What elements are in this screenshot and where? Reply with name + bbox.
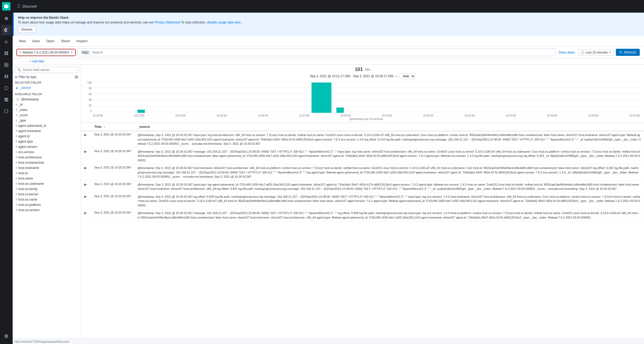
string-field-icon-index: f — [16, 109, 17, 112]
expand-row-button[interactable]: ▶ — [84, 182, 87, 186]
field-item-host-os-platform[interactable]: f host.os.platform — [15, 202, 79, 207]
selected-field-source[interactable]: ◆ _source — [15, 85, 79, 90]
string-field-icon-type: f — [16, 119, 17, 122]
table-row[interactable]: ▶ Sep 3, 2021 @ 10:26:32.067 @timestamp:… — [81, 181, 644, 193]
table-row[interactable]: ▶ Sep 3, 2021 @ 10:26:32.067 @timestamp:… — [81, 148, 644, 164]
string-field-icon-host-name: f — [16, 177, 17, 180]
field-item-host-os-family[interactable]: f host.os.family — [15, 186, 79, 192]
string-field-icon-host-id: f — [16, 172, 17, 175]
string-field-icon-containerized: f — [16, 161, 17, 164]
field-item-agent-id[interactable]: f agent.id — [15, 134, 79, 139]
table-row[interactable]: ▶ Sep 3, 2021 @ 10:26:32.067 @timestamp:… — [81, 164, 644, 181]
svg-rect-9 — [336, 108, 344, 113]
results-area[interactable]: Time ↓ _source ▶ Sep 3, 2021 @ 10:26:32.… — [81, 123, 644, 339]
dismiss-button[interactable]: Dismiss — [18, 26, 36, 33]
sidebar-item-settings[interactable] — [1, 331, 12, 341]
field-item-agent-version[interactable]: f agent.version — [15, 144, 79, 149]
table-row[interactable]: ▶ Sep 3, 2021 @ 10:26:32.067 @timestamp:… — [81, 131, 644, 148]
time-col-header: Time ↓ — [91, 123, 135, 131]
app-wrapper: ☰ Discover Help us improve the Elastic S… — [0, 0, 644, 344]
auto-select[interactable]: Auto — [400, 73, 415, 79]
show-dates-button[interactable]: Show dates — [557, 50, 576, 55]
new-button[interactable]: New — [17, 38, 28, 44]
field-item-host-name[interactable]: f host.name — [15, 176, 79, 181]
field-item-host-os-codename[interactable]: f host.os.codename — [15, 181, 79, 186]
field-item-id[interactable]: f _id — [15, 102, 79, 107]
content-area: 🔍 ⊕ Filter by type 0 Selected fields — [13, 65, 644, 339]
field-search-bar: 🔍 — [15, 67, 79, 73]
source-cell: @timestamp: Sep 3, 2021 @ 10:26:32.067 m… — [135, 148, 644, 164]
x-axis-title: @timestamp per 30 seconds — [93, 118, 640, 120]
field-item-score[interactable]: f _score — [15, 113, 79, 118]
expand-row-button[interactable]: ▶ — [84, 166, 87, 170]
sidebar-item-dashboard[interactable] — [1, 48, 12, 59]
left-panel: 🔍 ⊕ Filter by type 0 Selected fields — [13, 65, 81, 339]
expand-row-button[interactable]: ▶ — [84, 195, 87, 198]
index-pattern-selector[interactable]: ⊙ filebeat-7.6.2-2021.09.03-000001 ▼ — [17, 49, 75, 56]
field-search-input[interactable] — [23, 68, 76, 72]
refresh-button[interactable]: ↻ Refresh — [616, 49, 640, 56]
source-cell: @timestamp: Sep 3, 2021 @ 10:26:32.067 l… — [135, 193, 644, 209]
time-cell: Sep 3, 2021 @ 10:26:32.067 — [91, 193, 135, 209]
string-field-icon-ecs: f — [16, 151, 17, 154]
field-item-host-os-version[interactable]: f host.os.version — [15, 207, 79, 213]
sidebar-item-monitoring[interactable] — [1, 94, 12, 105]
add-filter-button[interactable]: + Add filter — [29, 60, 44, 63]
sidebar-item-canvas[interactable] — [1, 60, 12, 70]
index-pattern-label: filebeat-7.6.2-2021.09.03-000001 — [23, 51, 69, 54]
svg-rect-8 — [311, 83, 331, 113]
calendar-field-icon: 🕐 — [16, 98, 19, 101]
field-item-host-arch[interactable]: f host.architecture — [15, 155, 79, 160]
date-range-text: Sep 3, 2021 @ 10:21:17.095 - Sep 3, 2021… — [310, 74, 394, 78]
time-picker[interactable]: 🕐 Last 15 minutes ▼ — [578, 49, 614, 56]
inspect-button[interactable]: Inspect — [74, 38, 90, 44]
field-item-host-containerized[interactable]: f host.containerized — [15, 160, 79, 165]
string-field-icon-id: f — [16, 103, 17, 106]
table-row[interactable]: ▶ Sep 3, 2021 @ 10:26:32.067 @timestamp:… — [81, 193, 644, 209]
filter-by-type-button[interactable]: ⊕ Filter by type — [15, 75, 37, 79]
sidebar-item-home[interactable] — [1, 13, 12, 24]
disable-usage-link[interactable]: disable usage data here — [207, 21, 241, 24]
filter-row: + Add filter — [13, 59, 644, 65]
expand-row-button[interactable]: ▶ — [84, 133, 87, 137]
field-item-agent-ephemeral-id[interactable]: f agent.ephemeral_id — [15, 123, 79, 128]
time-cell: Sep 3, 2021 @ 10:26:32.067 — [91, 181, 135, 193]
sidebar-item-ml[interactable] — [1, 83, 12, 93]
filter-count-badge: 0 — [74, 75, 79, 79]
y-axis: 100 80 60 40 20 0 — [85, 81, 93, 113]
save-button[interactable]: Save — [30, 38, 42, 44]
app-logo[interactable] — [2, 2, 11, 11]
search-row: ⊙ filebeat-7.6.2-2021.09.03-000001 ▼ KQL… — [13, 46, 644, 59]
string-field-icon-ephemeral: f — [16, 124, 17, 127]
field-item-ecs-version[interactable]: f ecs.version — [15, 149, 79, 155]
chart-svg — [93, 81, 640, 113]
expand-col-header — [81, 123, 91, 131]
open-button[interactable]: Open — [44, 38, 57, 44]
string-field-icon-arch: f — [16, 156, 17, 159]
sidebar-item-maps[interactable] — [1, 71, 12, 82]
field-item-host-os-name[interactable]: f host.os.name — [15, 197, 79, 202]
field-item-host-os-kernel[interactable]: f host.os.kernel — [15, 192, 79, 197]
table-row[interactable]: ▶ Sep 3, 2021 @ 10:26:32.067 @timestamp:… — [81, 209, 644, 221]
sidebar-item-visualize[interactable] — [1, 36, 12, 47]
field-item-agent-type[interactable]: f agent.type — [15, 139, 79, 144]
field-item-type[interactable]: f _type — [15, 118, 79, 123]
search-bar: KQL — [77, 49, 555, 56]
share-button[interactable]: Share — [59, 38, 72, 44]
sidebar-item-discover[interactable] — [1, 25, 12, 35]
search-input[interactable] — [92, 50, 552, 54]
privacy-statement-link[interactable]: Privacy Statement — [155, 21, 180, 24]
sidebar-item-apm[interactable] — [1, 106, 12, 117]
field-item-agent-hostname[interactable]: f agent.hostname — [15, 128, 79, 134]
refresh-icon: ↻ — [620, 50, 622, 54]
string-field-icon-agent-type: f — [16, 140, 17, 143]
expand-row-button[interactable]: ▶ — [84, 149, 87, 153]
svg-rect-7 — [137, 110, 145, 113]
time-cell: Sep 3, 2021 @ 10:26:32.067 — [91, 131, 135, 148]
field-item-host-id[interactable]: f host.id — [15, 171, 79, 176]
field-item-host-hostname[interactable]: f host.hostname — [15, 165, 79, 171]
expand-row-button[interactable]: ▶ — [84, 211, 87, 215]
field-item-index[interactable]: f _index — [15, 107, 79, 113]
field-item-timestamp[interactable]: 🕐 @timestamp — [15, 97, 79, 102]
time-cell: Sep 3, 2021 @ 10:26:32.067 — [91, 148, 135, 164]
